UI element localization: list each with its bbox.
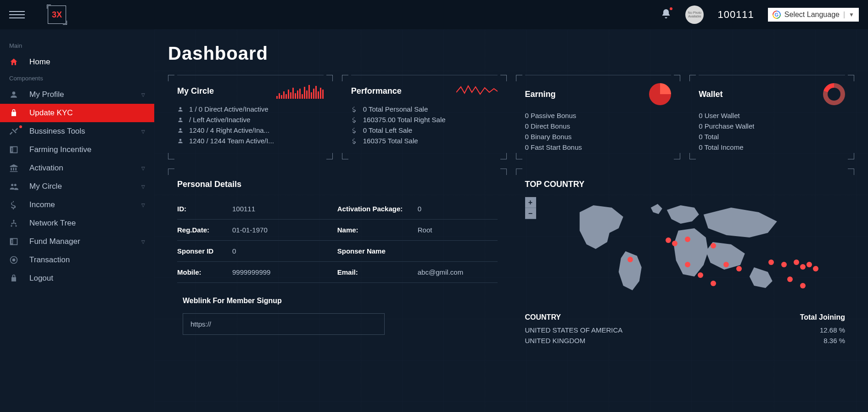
- map-marker[interactable]: [711, 243, 716, 248]
- nav-update-kyc[interactable]: Update KYC: [0, 104, 154, 122]
- logo[interactable]: 3X: [48, 6, 66, 24]
- notification-dot: [670, 7, 672, 10]
- record-icon: [9, 255, 18, 265]
- panel-personal-details: Personal Details ID:100111 Activation Pa…: [168, 169, 507, 356]
- chevron-down-icon: ▽: [141, 166, 145, 171]
- donut-chart-icon: [823, 83, 845, 105]
- panel-icon: [9, 145, 18, 154]
- label-regdate: Reg.Date:: [177, 226, 232, 234]
- value-mobile: 9999999999: [232, 268, 270, 276]
- language-selector[interactable]: Select Language | ▼: [768, 8, 859, 22]
- map-landmass: [525, 198, 846, 304]
- lock-icon: [9, 108, 18, 118]
- label-id: ID:: [177, 205, 232, 213]
- map-marker[interactable]: [736, 266, 742, 271]
- dollar-icon: [9, 200, 18, 209]
- sidebar: Main Home Components My Profile ▽ Update…: [0, 29, 154, 412]
- chevron-down-icon: ▽: [141, 129, 145, 134]
- map-marker[interactable]: [685, 237, 690, 242]
- value-sponserid: 0: [232, 247, 236, 255]
- language-label: Select Language: [784, 11, 840, 19]
- country-pct: 8.36 %: [823, 337, 845, 344]
- nav-my-profile[interactable]: My Profile ▽: [0, 85, 154, 104]
- value-name: Root: [418, 226, 432, 234]
- nav-my-circle[interactable]: My Circle ▽: [0, 177, 154, 196]
- label-package: Activation Package:: [337, 205, 418, 213]
- country-table: COUNTRY Total Joining UNITED STATES OF A…: [525, 313, 846, 344]
- nav-section-main: Main: [0, 39, 154, 53]
- nav-label: Update KYC: [29, 108, 73, 118]
- country-name: UNITED KINGDOM: [525, 337, 586, 344]
- zoom-out-button[interactable]: −: [525, 208, 536, 219]
- card-earning: Earning 0 Passive Bonus 0 Direct Bonus 0…: [516, 75, 681, 159]
- line-chart-icon: [456, 83, 498, 99]
- label-email: Email:: [337, 268, 418, 276]
- card-title: My Circle: [177, 86, 214, 96]
- stat-item: 0 Binary Bonus: [525, 133, 672, 141]
- map-marker[interactable]: [627, 257, 633, 262]
- nav-home[interactable]: Home: [0, 53, 154, 71]
- details-row: Reg.Date:01-01-1970 Name:Root: [177, 220, 498, 241]
- card-title: Earning: [525, 90, 556, 99]
- stat-item: 0 Total Left Sale: [351, 126, 498, 134]
- tools-icon: [9, 127, 18, 136]
- avatar[interactable]: No Photo Available: [685, 6, 704, 24]
- map-marker[interactable]: [768, 260, 774, 265]
- value-package: 0: [418, 205, 421, 213]
- map-marker[interactable]: [781, 262, 787, 267]
- nav-label: My Profile: [29, 90, 64, 99]
- nav-label: Logout: [29, 274, 53, 283]
- label-mobile: Mobile:: [177, 268, 232, 276]
- country-row: UNITED STATES OF AMERICA 12.68 %: [525, 326, 846, 334]
- card-title: Wallet: [699, 90, 722, 99]
- map-marker[interactable]: [800, 264, 806, 270]
- stat-item: 0 User Wallet: [699, 112, 845, 119]
- user-icon: [9, 90, 18, 99]
- weblink-input[interactable]: [183, 313, 385, 335]
- nav-network-tree[interactable]: Network Tree: [0, 214, 154, 232]
- nav-label: My Circle: [29, 182, 62, 191]
- pie-chart-icon: [649, 83, 671, 105]
- bank-icon: [9, 164, 18, 173]
- header-country: COUNTRY: [525, 313, 561, 322]
- chevron-down-icon: ▽: [141, 184, 145, 189]
- header-joining: Total Joining: [800, 313, 845, 322]
- notification-bell[interactable]: [661, 8, 672, 21]
- label-sponserid: Sponser ID: [177, 247, 232, 255]
- stat-item: 160375 Total Sale: [351, 137, 498, 145]
- details-row: Sponser ID0 Sponser Name: [177, 241, 498, 262]
- nav-farming-incentive[interactable]: Farming Incentive: [0, 141, 154, 159]
- nav-fund-manager[interactable]: Fund Manager ▽: [0, 232, 154, 251]
- nav-income[interactable]: Income ▽: [0, 196, 154, 214]
- nav-label: Transaction: [29, 255, 70, 265]
- logo-text: 3X: [52, 10, 62, 20]
- stat-item: 1240 / 1244 Team Active/I...: [177, 137, 324, 145]
- svg-point-1: [12, 259, 16, 262]
- bar-chart-icon: [276, 83, 324, 99]
- panel-title: TOP COUNTRY: [525, 180, 846, 189]
- page-title: Dashboard: [168, 43, 854, 64]
- nav-logout[interactable]: Logout: [0, 269, 154, 288]
- chevron-down-icon: ▼: [849, 11, 854, 18]
- nav-activation[interactable]: Activation ▽: [0, 159, 154, 177]
- map-marker[interactable]: [723, 262, 729, 267]
- value-regdate: 01-01-1970: [232, 226, 268, 234]
- value-email: abc@gmil.com: [418, 268, 463, 276]
- nav-label: Bussiness Tools: [29, 127, 85, 136]
- main-content: Dashboard My Circle 1 / 0 Direct Active/…: [154, 29, 868, 412]
- chevron-down-icon: ▽: [141, 92, 145, 97]
- details-row: Mobile:9999999999 Email:abc@gmil.com: [177, 262, 498, 283]
- nav-label: Home: [29, 57, 50, 67]
- nav-label: Network Tree: [29, 219, 76, 228]
- stat-item: 0 Passive Bonus: [525, 112, 672, 119]
- nav-label: Activation: [29, 164, 63, 173]
- topbar: 3X No Photo Available 100111 Select Lang…: [0, 0, 868, 29]
- nav-transaction[interactable]: Transaction: [0, 251, 154, 269]
- menu-toggle[interactable]: [9, 11, 25, 18]
- chevron-down-icon: ▽: [141, 203, 145, 208]
- world-map[interactable]: [525, 198, 846, 304]
- nav-label: Farming Incentive: [29, 145, 91, 154]
- zoom-in-button[interactable]: +: [525, 197, 536, 208]
- nav-business-tools[interactable]: Bussiness Tools ▽: [0, 122, 154, 141]
- user-id: 100111: [717, 9, 754, 21]
